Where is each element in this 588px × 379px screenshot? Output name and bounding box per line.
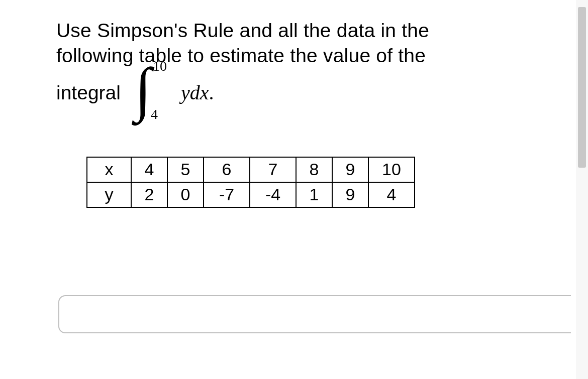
integrand: ydx. [181, 81, 214, 104]
lower-bound: 4 [151, 106, 158, 122]
table-cell: 4 [131, 157, 167, 182]
table-cell: 9 [332, 182, 368, 207]
table-cell: 6 [204, 157, 250, 182]
table-cell: 9 [332, 157, 368, 182]
question-line-1: Use Simpson's Rule and all the data in t… [56, 18, 513, 43]
table-row: y 2 0 -7 -4 1 9 4 [87, 182, 415, 207]
table-cell: 10 [368, 157, 415, 182]
integral-symbol: ∫ 10 4 [132, 65, 172, 120]
row-label-x: x [87, 157, 131, 182]
row-label-y: y [87, 182, 131, 207]
table-cell: -7 [204, 182, 250, 207]
table-cell: 4 [368, 182, 415, 207]
data-table: x 4 5 6 7 8 9 10 y 2 0 -7 -4 1 9 4 [86, 157, 415, 208]
answer-input[interactable] [58, 295, 571, 333]
table-cell: -4 [250, 182, 296, 207]
table-cell: 8 [296, 157, 332, 182]
table-cell: 7 [250, 157, 296, 182]
question-block: Use Simpson's Rule and all the data in t… [0, 0, 513, 208]
integral-word: integral [56, 82, 121, 104]
question-line-3: integral ∫ 10 4 ydx. [56, 65, 513, 120]
question-line-2: following table to estimate the value of… [56, 43, 513, 68]
table-cell: 2 [131, 182, 167, 207]
table-row: x 4 5 6 7 8 9 10 [87, 157, 415, 182]
table-cell: 0 [167, 182, 204, 207]
integrand-text: ydx [181, 81, 209, 104]
integral-sign-icon: ∫ [135, 59, 151, 119]
table-cell: 5 [167, 157, 204, 182]
scrollbar-track[interactable] [576, 0, 588, 379]
scrollbar-thumb[interactable] [578, 7, 586, 168]
upper-bound: 10 [153, 58, 167, 74]
table-cell: 1 [296, 182, 332, 207]
integrand-period: . [209, 81, 214, 104]
